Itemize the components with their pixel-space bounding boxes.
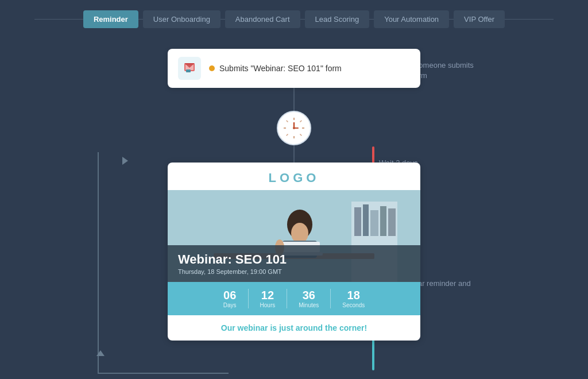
trigger-card[interactable]: Submits "Webinar: SEO 101" form [168,49,420,88]
vline-trigger [293,88,295,111]
form-icon [183,61,196,75]
email-logo: LOGO [168,163,420,190]
tab-vip-offer[interactable]: VIP Offer [454,10,505,28]
tab-abandoned-cart[interactable]: Abandoned Cart [225,10,300,28]
svg-rect-18 [363,204,369,236]
tab-your-automation[interactable]: Your Automation [374,10,449,28]
nav-bar: Reminder User Onboarding Abandoned Cart … [0,0,588,37]
countdown-days-label: Days [223,302,237,308]
countdown-hours-label: Hours [260,302,276,308]
trigger-icon-box [178,57,201,80]
countdown-seconds-label: Seconds [342,302,365,308]
loop-line-bottom [98,373,229,374]
loop-line-left [98,152,99,374]
clock-node[interactable] [277,111,311,145]
tab-reminder[interactable]: Reminder [83,10,138,28]
countdown-days: 06 Days [212,289,249,308]
trigger-label: Submits "Webinar: SEO 101" form [219,64,342,73]
arrow-up-icon [96,350,105,356]
email-preview-card[interactable]: LOGO [168,163,420,341]
countdown-seconds-value: 18 [347,289,360,302]
email-overlay: Webinar: SEO 101 Thursday, 18 September,… [168,245,420,282]
svg-point-24 [291,223,308,243]
email-title: Webinar: SEO 101 [178,252,410,267]
countdown-minutes-value: 36 [303,289,315,302]
svg-rect-21 [388,208,396,236]
svg-line-9 [300,121,302,122]
arrow-right-icon [122,157,128,165]
svg-rect-17 [354,207,361,236]
clock-icon [281,115,307,141]
countdown-hours-value: 12 [261,289,274,302]
countdown-row: 06 Days 12 Hours 36 Minutes 18 Seconds [168,282,420,315]
svg-line-8 [287,121,288,122]
svg-line-10 [287,134,288,136]
main-canvas: Submits "Webinar: SEO 101" form Whenever… [0,37,588,376]
email-hero-image: Webinar: SEO 101 Thursday, 18 September,… [168,190,420,282]
countdown-hours: 12 Hours [249,289,288,308]
svg-rect-19 [370,210,378,236]
svg-rect-2 [186,69,191,72]
countdown-seconds: 18 Seconds [331,289,376,308]
email-subtitle: Thursday, 18 September, 19:00 GMT [178,268,410,275]
svg-rect-20 [380,206,386,236]
svg-line-11 [300,134,302,136]
countdown-minutes-label: Minutes [299,302,319,308]
svg-point-14 [293,127,295,129]
countdown-days-value: 06 [223,289,236,302]
vline-clock [293,145,295,163]
countdown-minutes: 36 Minutes [287,289,331,308]
tab-user-onboarding[interactable]: User Onboarding [143,10,220,28]
email-footer-text: Our webinar is just around the corner! [168,315,420,341]
tab-lead-scoring[interactable]: Lead Scoring [305,10,370,28]
trigger-status-dot [209,65,215,71]
